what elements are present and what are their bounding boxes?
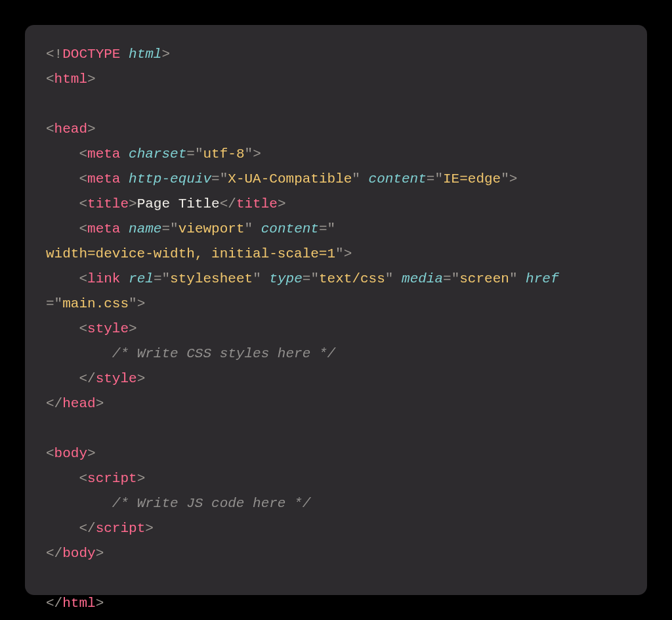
code-line: <html> xyxy=(46,72,96,87)
code-line: <meta charset="utf-8"> xyxy=(46,146,261,162)
code-line: </script> xyxy=(46,521,154,536)
code-line: <meta name="viewport" content=" xyxy=(46,221,335,236)
code-line: <head> xyxy=(46,122,96,137)
code-line: ="main.css"> xyxy=(46,296,145,311)
code-line: width=device-width, initial-scale=1"> xyxy=(46,246,352,261)
code-line: <style> xyxy=(46,321,137,336)
code-editor[interactable]: <!DOCTYPE html> <html> <head> <meta char… xyxy=(25,25,647,595)
code-line: <meta http-equiv="X-UA-Compatible" conte… xyxy=(46,171,517,187)
code-line: </html> xyxy=(46,596,104,611)
code-line: <script> xyxy=(46,471,145,486)
code-line: <!DOCTYPE html> xyxy=(46,47,170,62)
code-line: </head> xyxy=(46,396,104,411)
code-line: </style> xyxy=(46,371,145,386)
code-line: /* Write JS code here */ xyxy=(46,496,310,511)
code-line: /* Write CSS styles here */ xyxy=(46,346,335,361)
code-line: <body> xyxy=(46,446,96,461)
code-line: <title>Page Title</title> xyxy=(46,196,286,211)
code-line: </body> xyxy=(46,546,104,561)
code-line: <link rel="stylesheet" type="text/css" m… xyxy=(46,271,559,286)
